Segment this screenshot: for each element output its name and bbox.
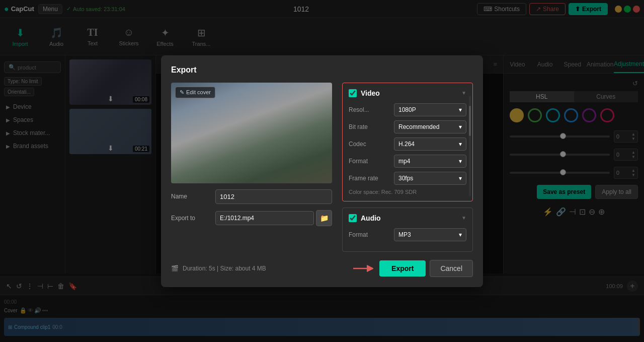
audio-chevron-icon: ▼ <box>461 215 466 221</box>
name-label: Name <box>171 193 211 200</box>
bitrate-select[interactable]: Recommended ▾ <box>394 120 466 133</box>
bitrate-row: Bit rate Recommended ▾ <box>349 120 466 133</box>
audio-checkbox[interactable] <box>349 214 357 222</box>
audio-format-label: Format <box>349 231 394 238</box>
audio-section: Audio ▼ Format MP3 ▾ <box>342 208 473 252</box>
modal-preview: ✎ Edit cover <box>171 83 332 183</box>
cancel-button[interactable]: Cancel <box>430 260 473 277</box>
export-modal: Export ✎ Edit cover Name <box>161 55 483 287</box>
duration-text: Duration: 5s | Size: about 4 MB <box>183 265 266 272</box>
resolution-select[interactable]: 1080P ▾ <box>394 103 466 116</box>
video-section: Video ▼ Resol... 1080P ▾ Bit rate Recom <box>342 83 473 201</box>
codec-label: Codec <box>349 141 394 148</box>
export-to-input[interactable] <box>215 211 314 225</box>
export-to-label: Export to <box>171 215 211 222</box>
modal-body: ✎ Edit cover Name Export to <box>171 83 473 252</box>
color-space-note: Color space: Rec. 709 SDR <box>349 189 466 195</box>
video-section-title: Video <box>361 89 380 97</box>
codec-row: Codec H.264 ▾ <box>349 138 466 151</box>
format-label: Format <box>349 158 394 165</box>
name-input[interactable] <box>215 189 332 204</box>
edit-cover-button[interactable]: ✎ Edit cover <box>175 87 215 98</box>
framerate-label: Frame rate <box>349 175 394 182</box>
folder-icon: 📁 <box>320 214 329 222</box>
video-section-header: Video ▼ <box>349 89 466 97</box>
framerate-select[interactable]: 30fps ▾ <box>394 172 466 185</box>
audio-section-title: Audio <box>361 214 381 222</box>
video-checkbox[interactable] <box>349 89 357 97</box>
modal-left: ✎ Edit cover Name Export to <box>171 83 332 252</box>
chevron-down-icon-3: ▾ <box>459 141 462 148</box>
scrollbar-thumb-modal[interactable] <box>469 106 471 136</box>
video-chevron-icon: ▼ <box>461 90 466 96</box>
modal-form: Name Export to 📁 <box>171 189 332 232</box>
export-to-field: 📁 <box>215 210 332 226</box>
modal-settings: Video ▼ Resol... 1080P ▾ Bit rate Recom <box>342 83 473 252</box>
modal-scrollbar <box>469 96 471 196</box>
modal-overlay: Export ✎ Edit cover Name <box>0 0 644 342</box>
bitrate-label: Bit rate <box>349 123 394 130</box>
format-row: Format mp4 ▾ <box>349 155 466 168</box>
duration-icon: 🎬 <box>171 265 179 272</box>
chevron-down-icon-5: ▾ <box>459 175 462 182</box>
modal-title: Export <box>171 65 473 75</box>
modal-actions: Export Cancel <box>353 260 473 277</box>
resolution-row: Resol... 1080P ▾ <box>349 103 466 116</box>
duration-info: 🎬 Duration: 5s | Size: about 4 MB <box>171 265 266 272</box>
audio-format-row: Format MP3 ▾ <box>349 228 466 241</box>
chevron-down-icon-6: ▾ <box>459 231 462 238</box>
codec-select[interactable]: H.264 ▾ <box>394 138 466 151</box>
name-row: Name <box>171 189 332 204</box>
chevron-down-icon-4: ▾ <box>459 158 462 165</box>
export-to-row: Export to 📁 <box>171 210 332 226</box>
folder-button[interactable]: 📁 <box>316 210 332 226</box>
modal-footer: 🎬 Duration: 5s | Size: about 4 MB Export… <box>171 260 473 277</box>
format-select[interactable]: mp4 ▾ <box>394 155 466 168</box>
framerate-row: Frame rate 30fps ▾ <box>349 172 466 185</box>
export-button[interactable]: Export <box>379 260 426 277</box>
audio-format-select[interactable]: MP3 ▾ <box>394 228 466 241</box>
chevron-down-icon-2: ▾ <box>459 123 462 130</box>
resolution-label: Resol... <box>349 106 394 113</box>
pencil-icon: ✎ <box>180 89 184 96</box>
chevron-down-icon: ▾ <box>459 106 462 113</box>
arrow-indicator <box>353 263 373 273</box>
audio-section-header: Audio ▼ <box>349 214 466 222</box>
